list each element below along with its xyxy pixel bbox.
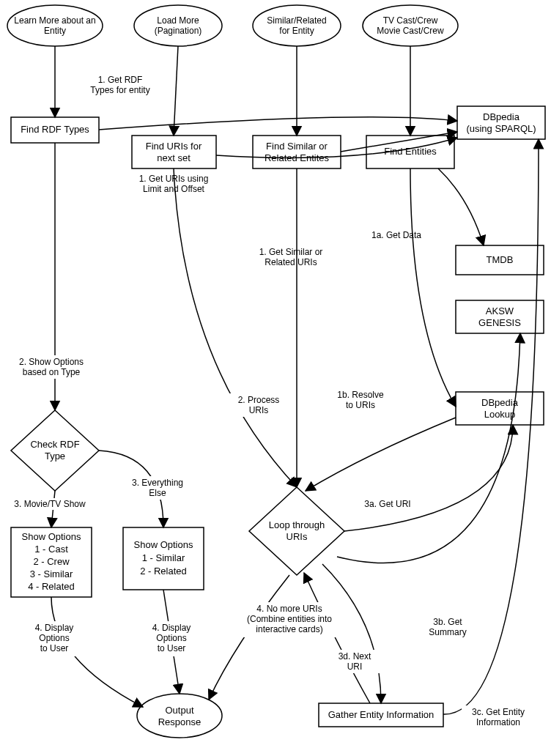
svg-text:GENESIS: GENESIS	[478, 317, 521, 328]
entry-learn: Learn More about an Entity	[7, 5, 103, 46]
label-eProc: 2. Process URIs	[229, 393, 288, 417]
svg-text:3a. Get URI: 3a. Get URI	[364, 499, 410, 509]
svg-text:(Pagination): (Pagination)	[155, 26, 202, 36]
svg-text:2. Process: 2. Process	[238, 395, 280, 405]
svg-text:4. Display: 4. Display	[152, 623, 191, 633]
svg-text:Options: Options	[39, 633, 69, 643]
svg-text:interactive cards): interactive cards)	[256, 624, 322, 634]
svg-text:to URIs: to URIs	[346, 400, 375, 410]
svg-text:URI: URI	[347, 662, 363, 672]
proc-findrdf: Find RDF Types	[11, 117, 99, 143]
svg-text:4. Display: 4. Display	[35, 623, 74, 633]
label-e4b: 4. Display Options to User	[144, 621, 199, 656]
svg-text:3b. Get: 3b. Get	[433, 617, 462, 627]
label-e1: 1. Get RDF Types for entity	[81, 73, 160, 97]
svg-text:Type: Type	[45, 451, 65, 462]
label-e3d: 3d. Next URI	[330, 650, 380, 673]
proc-finduris: Find URIs for next set	[132, 136, 216, 168]
svg-text:for Entity: for Entity	[279, 26, 314, 36]
label-eShow: 2. Show Options based on Type	[11, 355, 92, 379]
svg-text:1. Get RDF: 1. Get RDF	[98, 75, 143, 85]
svg-text:next set: next set	[157, 152, 191, 163]
proc-optA: Show Options 1 - Cast 2 - Crew 3 - Simil…	[11, 527, 92, 597]
svg-text:Types for entity: Types for entity	[90, 85, 149, 95]
svg-text:Lookup: Lookup	[484, 409, 516, 420]
svg-text:3d. Next: 3d. Next	[339, 651, 371, 662]
label-eMovie: 3. Movie/TV Show	[7, 498, 93, 510]
proc-check: Check RDF Type	[11, 410, 99, 491]
svg-text:Limit and Offset: Limit and Offset	[143, 184, 204, 194]
svg-text:Information: Information	[476, 717, 520, 727]
label-e3a: 3a. Get URI	[359, 498, 416, 510]
svg-text:2. Show Options: 2. Show Options	[19, 357, 84, 367]
svg-text:1b. Resolve: 1b. Resolve	[337, 390, 384, 400]
svg-text:AKSW: AKSW	[486, 305, 514, 316]
svg-text:3c. Get Entity: 3c. Get Entity	[472, 707, 525, 717]
svg-text:Loop through: Loop through	[269, 519, 325, 530]
label-eNoMore: 4. No more URIs (Combine entities into i…	[233, 602, 347, 637]
svg-text:DBpedia: DBpedia	[483, 111, 520, 122]
svg-text:Find URIs for: Find URIs for	[146, 141, 202, 152]
entry-load: Load More (Pagination)	[134, 5, 222, 46]
svg-text:URIs: URIs	[286, 531, 308, 542]
entry-similar: Similar/Related for Entity	[253, 5, 341, 46]
proc-findent: Find Entities	[366, 136, 454, 168]
svg-text:Related URIs: Related URIs	[265, 257, 317, 267]
svg-text:2 - Crew: 2 - Crew	[33, 556, 70, 567]
svg-text:Output: Output	[165, 705, 193, 716]
svg-text:TMDB: TMDB	[487, 254, 514, 265]
label-e3c: 3c. Get Entity Information	[462, 705, 535, 729]
svg-text:3. Movie/TV Show: 3. Movie/TV Show	[14, 499, 86, 509]
svg-text:Similar/Related: Similar/Related	[267, 15, 326, 26]
svg-text:3. Everything: 3. Everything	[132, 478, 183, 488]
svg-text:Entity: Entity	[44, 26, 66, 36]
svg-text:4 - Related: 4 - Related	[28, 581, 75, 592]
svg-text:to User: to User	[158, 643, 186, 653]
svg-text:Summary: Summary	[429, 627, 466, 637]
proc-findsim: Find Similar or Related Entites	[253, 136, 341, 168]
svg-text:TV Cast/Crew: TV Cast/Crew	[383, 15, 438, 26]
svg-text:1a. Get Data: 1a. Get Data	[371, 230, 421, 240]
entry-cast: TV Cast/Crew Movie Cast/Crew	[363, 5, 458, 46]
label-e3: 1. Get Similar or Related URIs	[249, 245, 333, 269]
svg-text:3 - Similar: 3 - Similar	[30, 568, 73, 579]
svg-text:Show Options: Show Options	[22, 531, 81, 542]
ds-dbpedia: DBpedia (using SPARQL)	[457, 106, 545, 139]
svg-text:Check RDF: Check RDF	[30, 439, 79, 450]
svg-text:1. Get Similar or: 1. Get Similar or	[259, 247, 323, 257]
svg-text:to User: to User	[40, 643, 69, 653]
proc-out: Output Response	[137, 694, 222, 738]
svg-text:Else: Else	[149, 488, 166, 498]
label-e1b: 1b. Resolve to URIs	[330, 388, 392, 412]
label-e1a: 1a. Get Data	[366, 229, 426, 241]
svg-text:Find RDF Types: Find RDF Types	[21, 124, 89, 135]
label-e3b: 3b. Get Summary	[421, 615, 474, 639]
ds-tmdb: TMDB	[456, 245, 544, 275]
svg-text:Response: Response	[158, 716, 201, 727]
svg-text:1 - Similar: 1 - Similar	[142, 552, 185, 563]
svg-text:Gather Entity Information: Gather Entity Information	[328, 709, 434, 720]
svg-text:(using SPARQL): (using SPARQL)	[466, 123, 536, 134]
svg-text:Options: Options	[156, 633, 186, 643]
svg-text:Find Similar or: Find Similar or	[266, 141, 328, 152]
svg-text:1 - Cast: 1 - Cast	[34, 544, 68, 555]
proc-optB: Show Options 1 - Similar 2 - Related	[123, 527, 204, 590]
svg-text:Load More: Load More	[157, 15, 199, 26]
label-e4a: 4. Display Options to User	[27, 621, 82, 656]
proc-gather: Gather Entity Information	[319, 703, 443, 727]
svg-text:2 - Related: 2 - Related	[140, 566, 187, 577]
svg-text:based on Type: based on Type	[23, 367, 81, 377]
svg-text:Show Options: Show Options	[134, 539, 193, 550]
label-eElse: 3. Everything Else	[123, 476, 193, 500]
svg-text:Learn More about an: Learn More about an	[14, 15, 95, 26]
proc-loop: Loop through URIs	[249, 487, 344, 575]
ds-aksw: AKSW GENESIS	[456, 300, 544, 333]
svg-text:(Combine entities into: (Combine entities into	[247, 614, 332, 624]
svg-text:DBpedia: DBpedia	[481, 397, 519, 408]
svg-text:Movie Cast/Crew: Movie Cast/Crew	[377, 26, 444, 36]
svg-text:URIs: URIs	[249, 405, 269, 415]
svg-text:4. No more URIs: 4. No more URIs	[256, 604, 322, 614]
